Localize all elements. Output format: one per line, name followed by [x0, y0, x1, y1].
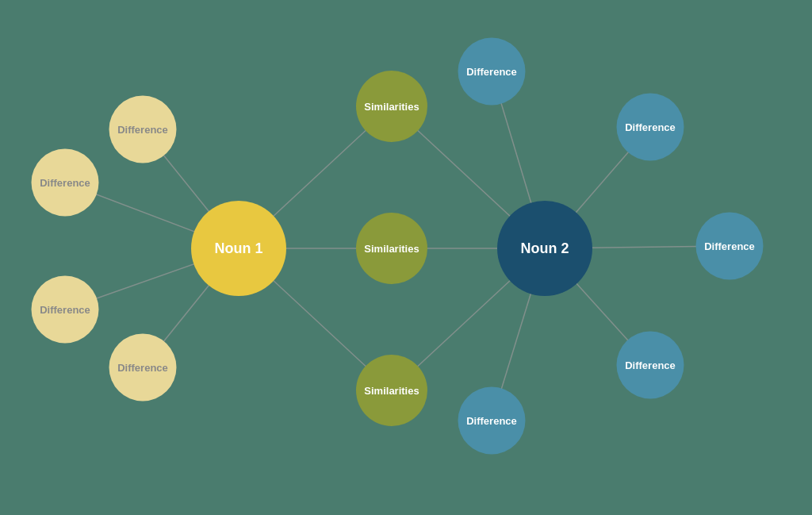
node-noun2[interactable]: Noun 2	[497, 201, 592, 296]
node-diff1[interactable]: Difference	[109, 334, 177, 402]
node-noun1[interactable]: Noun 1	[191, 201, 286, 296]
node-diff1[interactable]: Difference	[32, 276, 99, 344]
node-diff2[interactable]: Difference	[617, 94, 684, 161]
venn-diagram: Noun 1Noun 2SimilaritiesSimilaritiesSimi…	[0, 0, 812, 515]
node-diff2[interactable]: Difference	[696, 213, 764, 280]
node-sim[interactable]: Similarities	[356, 213, 427, 284]
node-diff2[interactable]: Difference	[458, 387, 526, 455]
node-sim[interactable]: Similarities	[356, 71, 427, 142]
node-diff1[interactable]: Difference	[32, 149, 99, 217]
node-diff2[interactable]: Difference	[617, 332, 684, 399]
node-diff1[interactable]: Difference	[109, 96, 177, 163]
node-sim[interactable]: Similarities	[356, 355, 427, 426]
node-diff2[interactable]: Difference	[458, 38, 526, 106]
